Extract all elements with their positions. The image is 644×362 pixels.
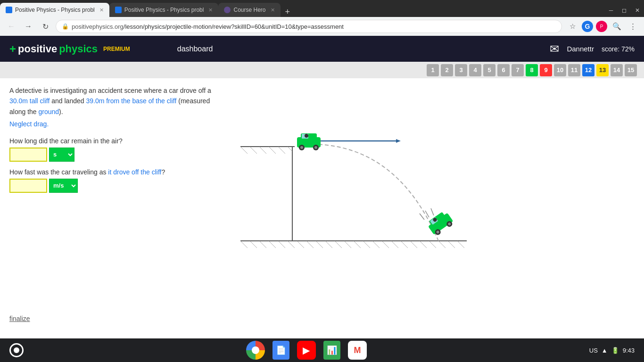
taskbar-left xyxy=(9,343,24,357)
mail-icon[interactable]: ✉ xyxy=(550,42,559,56)
svg-line-9 xyxy=(297,241,304,248)
problem-description: A detective is investigating an accident… xyxy=(9,85,212,117)
dashboard-link[interactable]: dashboard xyxy=(177,45,213,53)
main-content: A detective is investigating an accident… xyxy=(0,78,644,309)
tab-3[interactable]: Course Hero ✕ xyxy=(218,3,280,17)
address-bar-row: ← → ↻ 🔒 positivephysics.org/lesson/physi… xyxy=(0,17,644,36)
q-num-1[interactable]: 1 xyxy=(427,64,439,76)
svg-point-38 xyxy=(300,146,303,149)
q1-answer-input[interactable] xyxy=(9,148,47,162)
svg-line-25 xyxy=(448,241,455,248)
svg-line-19 xyxy=(391,241,398,248)
tab-2[interactable]: Positive Physics - Physics probl ✕ xyxy=(109,3,219,17)
q-num-6[interactable]: 6 xyxy=(497,64,510,76)
menu-icon[interactable]: ⋮ xyxy=(626,20,639,33)
q2-unit-select[interactable]: m/s km/h mph xyxy=(49,179,78,193)
q1-text: How long did the car remain in the air? xyxy=(9,137,123,145)
tab-1-favicon xyxy=(6,7,12,13)
minimize-button[interactable]: ─ xyxy=(604,4,618,17)
svg-line-7 xyxy=(278,241,285,248)
chrome-icon[interactable] xyxy=(246,341,265,360)
q-num-5[interactable]: 5 xyxy=(483,64,495,76)
username: Dannettr xyxy=(567,45,594,53)
logo-positive: positive xyxy=(18,43,57,55)
forward-button[interactable]: → xyxy=(22,20,35,33)
q-num-8[interactable]: 8 xyxy=(526,64,538,76)
q-num-7[interactable]: 7 xyxy=(512,64,524,76)
maximize-button[interactable]: ◻ xyxy=(618,4,631,17)
url-suffix: /lesson/physics/projectile-motion/review… xyxy=(124,23,344,30)
svg-line-6 xyxy=(269,241,276,248)
q-num-15[interactable]: 15 xyxy=(625,64,637,76)
tab-2-favicon xyxy=(115,7,122,13)
svg-line-5 xyxy=(259,241,266,248)
q1-unit-select[interactable]: s ms min xyxy=(49,148,74,162)
toolbar-icons: ☆ G P 🔍 ⋮ xyxy=(566,20,639,33)
q-num-4[interactable]: 4 xyxy=(469,64,481,76)
tab-1-close[interactable]: ✕ xyxy=(99,7,104,13)
q2-answer-input[interactable] xyxy=(9,179,47,193)
q-num-12[interactable]: 12 xyxy=(582,64,594,76)
svg-line-32 xyxy=(288,147,292,151)
reload-button[interactable]: ↻ xyxy=(39,20,52,33)
problem-highlight-2: 39.0m from the base of the cliff xyxy=(86,97,176,105)
question-bar: 1 2 3 4 5 6 7 8 9 10 11 12 13 14 15 xyxy=(0,62,644,78)
q-num-13[interactable]: 13 xyxy=(596,64,609,76)
q-num-14[interactable]: 14 xyxy=(611,64,623,76)
svg-line-3 xyxy=(240,241,248,248)
neglect-drag-text: Neglect drag. xyxy=(9,120,49,128)
tab-3-favicon xyxy=(224,7,231,13)
question-1-row: How long did the car remain in the air? … xyxy=(9,137,212,162)
svg-line-23 xyxy=(429,241,436,248)
search-icon[interactable]: 🔍 xyxy=(610,20,623,33)
car-on-cliff xyxy=(297,133,321,150)
svg-line-27 xyxy=(240,147,248,154)
tab-bar: Positive Physics - Physics probl ✕ Posit… xyxy=(0,0,644,17)
bookmark-star-icon[interactable]: ☆ xyxy=(566,20,579,33)
svg-line-31 xyxy=(278,147,285,154)
q-num-9[interactable]: 9 xyxy=(540,64,552,76)
q1-input-row: s ms min xyxy=(9,148,212,162)
problem-area: A detective is investigating an accident… xyxy=(9,85,212,309)
tab-1-label: Positive Physics - Physics probl xyxy=(15,7,95,13)
svg-line-14 xyxy=(344,241,351,248)
battery-icon: 🔋 xyxy=(611,347,619,354)
close-button[interactable]: ✕ xyxy=(631,4,644,17)
logo-physics: physics xyxy=(59,43,98,55)
finalize-link[interactable]: finalize xyxy=(9,315,30,322)
tab-3-label: Course Hero xyxy=(233,7,265,13)
sheets-icon[interactable]: 📊 xyxy=(323,341,340,360)
q-num-2[interactable]: 2 xyxy=(441,64,453,76)
circle-button[interactable] xyxy=(9,343,24,357)
svg-line-20 xyxy=(401,241,408,248)
svg-marker-34 xyxy=(396,139,401,143)
svg-line-22 xyxy=(420,241,427,248)
problem-neglect: Neglect drag. xyxy=(9,119,212,129)
tab-2-label: Positive Physics - Physics probl xyxy=(124,7,204,13)
tab-3-close[interactable]: ✕ xyxy=(271,7,275,13)
svg-line-10 xyxy=(306,241,314,248)
problem-highlight-1: 30.0m tall cliff xyxy=(9,97,50,105)
gmail-icon[interactable]: M xyxy=(348,341,367,360)
q2-input-row: m/s km/h mph xyxy=(9,179,212,193)
new-tab-button[interactable]: + xyxy=(281,7,295,17)
q-num-10[interactable]: 10 xyxy=(554,64,566,76)
youtube-icon[interactable]: ▶ xyxy=(297,341,316,360)
q-num-11[interactable]: 11 xyxy=(568,64,580,76)
address-url: positivephysics.org/lesson/physics/proje… xyxy=(72,23,344,30)
tab-1[interactable]: Positive Physics - Physics probl ✕ xyxy=(0,3,109,17)
q-num-3[interactable]: 3 xyxy=(455,64,467,76)
lock-icon: 🔒 xyxy=(62,23,69,30)
header-right: ✉ Dannettr score: 72% xyxy=(550,42,635,56)
address-box[interactable]: 🔒 positivephysics.org/lesson/physics/pro… xyxy=(56,20,562,33)
back-button[interactable]: ← xyxy=(5,20,18,33)
svg-line-29 xyxy=(259,147,266,154)
q2-text-2: ? xyxy=(161,168,165,176)
svg-line-12 xyxy=(325,241,332,248)
locale-indicator: US xyxy=(589,347,598,354)
extension-icon-1[interactable]: P xyxy=(596,21,607,32)
svg-line-16 xyxy=(363,241,370,248)
google-account-icon[interactable]: G xyxy=(582,21,593,32)
tab-2-close[interactable]: ✕ xyxy=(208,7,213,13)
docs-icon[interactable]: 📄 xyxy=(272,341,289,360)
